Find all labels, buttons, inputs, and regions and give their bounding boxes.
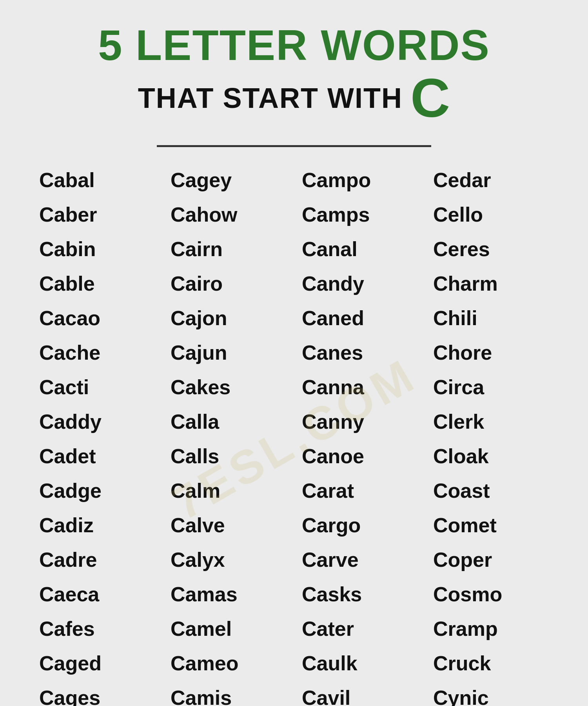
word-item: Comet: [433, 508, 549, 542]
word-item: Camis: [171, 681, 286, 706]
word-item: Cable: [39, 266, 155, 301]
word-item: Cabin: [39, 232, 155, 266]
word-item: Cynic: [433, 681, 549, 706]
word-item: Candy: [302, 266, 417, 301]
word-item: Ceres: [433, 232, 549, 266]
word-item: Cedar: [433, 163, 549, 197]
content-wrapper: 7ESL.COM CabalCaberCabinCableCacaoCacheC…: [31, 163, 557, 706]
word-column-4: CedarCelloCeresCharmChiliChoreCircaClerk…: [425, 163, 557, 706]
word-item: Circa: [433, 370, 549, 404]
word-item: Cosmo: [433, 577, 549, 611]
word-item: Cairn: [171, 232, 286, 266]
word-item: Cameo: [171, 646, 286, 681]
word-item: Cadet: [39, 439, 155, 473]
word-column-3: CampoCampsCanalCandyCanedCanesCannaCanny…: [294, 163, 425, 706]
word-item: Campo: [302, 163, 417, 197]
word-item: Carat: [302, 473, 417, 508]
word-item: Chore: [433, 335, 549, 370]
word-item: Clerk: [433, 404, 549, 439]
word-item: Camps: [302, 197, 417, 232]
word-item: Cavil: [302, 681, 417, 706]
word-item: Caber: [39, 197, 155, 232]
word-item: Canes: [302, 335, 417, 370]
word-item: Calla: [171, 404, 286, 439]
word-item: Cargo: [302, 508, 417, 542]
word-item: Cajon: [171, 301, 286, 335]
word-item: Cacti: [39, 370, 155, 404]
word-column-1: CabalCaberCabinCableCacaoCacheCactiCaddy…: [31, 163, 163, 706]
word-item: Cadge: [39, 473, 155, 508]
word-item: Charm: [433, 266, 549, 301]
word-item: Cramp: [433, 611, 549, 646]
word-item: Cabal: [39, 163, 155, 197]
word-item: Cairo: [171, 266, 286, 301]
word-item: Canna: [302, 370, 417, 404]
word-item: Camel: [171, 611, 286, 646]
word-item: Caddy: [39, 404, 155, 439]
word-item: Calyx: [171, 542, 286, 577]
word-item: Caeca: [39, 577, 155, 611]
subtitle-text: THAT START WITH: [138, 82, 403, 114]
word-item: Chili: [433, 301, 549, 335]
word-item: Cadre: [39, 542, 155, 577]
word-item: Carve: [302, 542, 417, 577]
word-item: Coast: [433, 473, 549, 508]
word-item: Cello: [433, 197, 549, 232]
word-item: Cakes: [171, 370, 286, 404]
word-item: Calve: [171, 508, 286, 542]
word-item: Calm: [171, 473, 286, 508]
words-grid: CabalCaberCabinCableCacaoCacheCactiCaddy…: [31, 163, 557, 706]
word-item: Cache: [39, 335, 155, 370]
word-item: Cahow: [171, 197, 286, 232]
word-item: Calls: [171, 439, 286, 473]
word-item: Canal: [302, 232, 417, 266]
word-item: Cloak: [433, 439, 549, 473]
divider: [157, 145, 431, 147]
word-column-2: CageyCahowCairnCairoCajonCajunCakesCalla…: [163, 163, 294, 706]
word-item: Cagey: [171, 163, 286, 197]
main-title: 5 LETTER WORDS: [98, 24, 490, 67]
word-item: Cacao: [39, 301, 155, 335]
word-item: Caged: [39, 646, 155, 681]
word-item: Cafes: [39, 611, 155, 646]
word-item: Canoe: [302, 439, 417, 473]
word-item: Camas: [171, 577, 286, 611]
word-item: Caned: [302, 301, 417, 335]
word-item: Coper: [433, 542, 549, 577]
word-item: Casks: [302, 577, 417, 611]
word-item: Cajun: [171, 335, 286, 370]
word-item: Cadiz: [39, 508, 155, 542]
word-item: Cages: [39, 681, 155, 706]
letter-c-display: C: [410, 71, 450, 126]
word-item: Cruck: [433, 646, 549, 681]
word-item: Canny: [302, 404, 417, 439]
word-item: Cater: [302, 611, 417, 646]
word-item: Caulk: [302, 646, 417, 681]
